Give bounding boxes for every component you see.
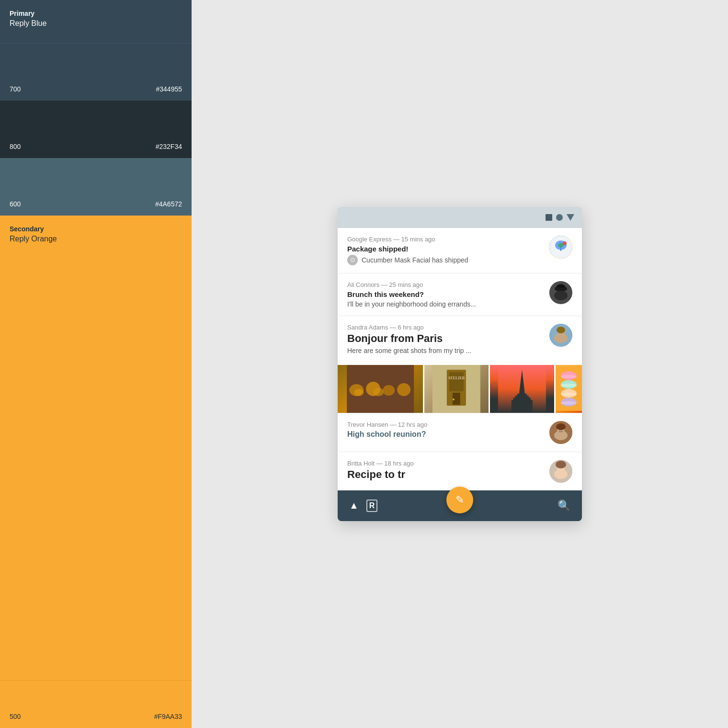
message-body-trevor: Trevor Hansen — 12 hrs ago High school r…: [347, 421, 544, 441]
svg-point-15: [554, 333, 568, 343]
primary-header-block: Primary Reply Blue: [0, 0, 192, 43]
window-button-triangle[interactable]: [567, 214, 574, 221]
message-item-britta[interactable]: Britta Holt — 18 hrs ago Recipe to tr: [338, 452, 582, 490]
message-item-trevor[interactable]: Trevor Hansen — 12 hrs ago High school r…: [338, 413, 582, 452]
search-icon[interactable]: 🔍: [557, 500, 570, 512]
google-avatar-image: [549, 236, 572, 259]
swatch-500-block: 500 #F9AA33: [0, 680, 192, 728]
svg-point-50: [561, 431, 563, 432]
message-title-google: Package shipped!: [347, 245, 544, 253]
swatch-600-number: 600: [10, 200, 21, 208]
orange-fill-block: [0, 259, 192, 680]
svg-point-47: [554, 431, 568, 440]
svg-rect-35: [512, 400, 533, 413]
message-header-britta: Britta Holt — 18 hrs ago: [347, 460, 544, 467]
phone-bottom-bar: ▲ R ✎ 🔍: [338, 490, 582, 521]
right-panel: Google Express — 15 mins ago Package shi…: [192, 0, 728, 728]
svg-point-40: [561, 384, 577, 387]
message-header-ali: Ali Connors — 25 mins ago: [347, 281, 544, 288]
message-body-ali: Ali Connors — 25 mins ago Brunch this we…: [347, 281, 544, 308]
message-title-sandra: Bonjour from Paris: [347, 333, 544, 344]
message-item-sandra-header: Sandra Adams — 6 hrs ago Bonjour from Pa…: [347, 324, 572, 354]
swatch-700-number: 700: [10, 85, 21, 93]
svg-point-49: [559, 431, 561, 432]
message-body-sandra: Sandra Adams — 6 hrs ago Bonjour from Pa…: [347, 324, 544, 354]
swatch-800-block: 800 #232F34: [0, 101, 192, 158]
svg-rect-23: [373, 388, 384, 396]
britta-avatar-image: [549, 460, 572, 483]
svg-rect-21: [397, 383, 410, 396]
paris-images-row: ATELIER: [338, 365, 582, 413]
secondary-section-title: Secondary: [10, 225, 182, 233]
nav-inbox-icon[interactable]: R: [366, 500, 378, 512]
message-header-google: Google Express — 15 mins ago: [347, 236, 544, 243]
paris-image-macarons: [556, 365, 582, 413]
svg-point-4: [563, 241, 567, 245]
message-preview-ali: I'll be in your neighborhood doing erran…: [347, 300, 544, 308]
swatch-800-number: 800: [10, 143, 21, 150]
svg-rect-32: [517, 394, 527, 396]
sandra-avatar-image: [549, 324, 572, 347]
message-header-sandra: Sandra Adams — 6 hrs ago: [347, 324, 544, 331]
avatar-britta: [549, 460, 572, 483]
swatch-700-block: 700 #344955: [0, 43, 192, 101]
secondary-header-block: Secondary Reply Orange: [0, 216, 192, 259]
svg-point-53: [554, 469, 568, 479]
avatar-trevor: [549, 421, 572, 444]
message-preview-google: ⊙ Cucumber Mask Facial has shipped: [347, 255, 544, 265]
message-list: Google Express — 15 mins ago Package shi…: [338, 228, 582, 490]
avatar-google: [549, 236, 572, 259]
message-body-google: Google Express — 15 mins ago Package shi…: [347, 236, 544, 265]
svg-point-16: [557, 327, 565, 333]
swatch-800-hex: #232F34: [156, 143, 182, 150]
svg-point-54: [556, 461, 566, 468]
message-item-sandra[interactable]: Sandra Adams — 6 hrs ago Bonjour from Pa…: [338, 316, 582, 413]
svg-point-38: [561, 375, 577, 378]
phone-top-bar: [338, 207, 582, 228]
window-button-square[interactable]: [546, 214, 552, 221]
svg-point-42: [561, 392, 577, 396]
message-item-ali[interactable]: Ali Connors — 25 mins ago Brunch this we…: [338, 273, 582, 316]
svg-point-10: [557, 285, 561, 288]
svg-point-12: [554, 291, 568, 300]
svg-text:ATELIER: ATELIER: [448, 376, 466, 380]
swatch-600-hex: #4A6572: [155, 200, 182, 208]
svg-point-44: [561, 401, 577, 404]
svg-rect-34: [513, 398, 531, 400]
avatar-sandra: [549, 324, 572, 347]
svg-point-29: [453, 398, 455, 400]
attachment-icon: ⊙: [347, 255, 358, 265]
window-button-circle[interactable]: [556, 214, 563, 221]
message-title-trevor: High school reunion?: [347, 430, 544, 439]
message-header-trevor: Trevor Hansen — 12 hrs ago: [347, 421, 544, 428]
svg-point-48: [556, 423, 566, 430]
fab-compose-button[interactable]: ✎: [446, 487, 473, 513]
trevor-avatar-image: [549, 421, 572, 444]
swatch-700-hex: #344955: [156, 85, 182, 93]
avatar-ali: [549, 281, 572, 304]
left-color-panel: Primary Reply Blue 700 #344955 800 #232F…: [0, 0, 192, 728]
svg-rect-33: [515, 396, 529, 398]
svg-rect-22: [354, 389, 364, 396]
swatch-500-number: 500: [10, 713, 21, 720]
paris-image-bakery: [338, 365, 423, 413]
paris-image-door: ATELIER: [424, 365, 489, 413]
bottom-nav-right: 🔍: [557, 500, 570, 512]
message-item-google[interactable]: Google Express — 15 mins ago Package shi…: [338, 228, 582, 273]
svg-rect-20: [383, 385, 395, 396]
message-preview-sandra: Here are some great shots from my trip .…: [347, 347, 544, 354]
primary-section-title: Primary: [10, 10, 182, 17]
message-title-ali: Brunch this weekend?: [347, 290, 544, 298]
paris-image-eiffel: [490, 365, 554, 413]
bottom-nav-left: ▲ R: [349, 500, 377, 512]
fab-pencil-icon: ✎: [455, 494, 464, 506]
message-body-britta: Britta Holt — 18 hrs ago Recipe to tr: [347, 460, 544, 482]
swatch-600-block: 600 #4A6572: [0, 158, 192, 216]
primary-color-name: Reply Blue: [10, 19, 182, 28]
nav-up-icon[interactable]: ▲: [349, 500, 359, 511]
swatch-500-hex: #F9AA33: [154, 713, 182, 720]
message-title-britta: Recipe to tr: [347, 469, 544, 480]
svg-rect-26: [449, 372, 464, 391]
ali-avatar-image: [549, 281, 572, 304]
phone-mockup: Google Express — 15 mins ago Package shi…: [338, 207, 582, 521]
